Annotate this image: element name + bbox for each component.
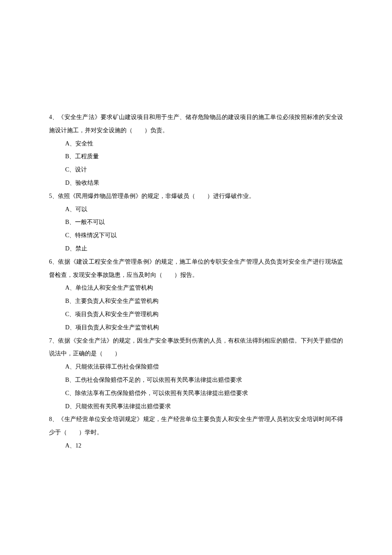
question-7-number: 7、 (49, 337, 58, 344)
question-8-number: 8、 (49, 416, 58, 422)
question-8-stem: 8、《生产经营单位安全培训规定》规定，生产经营单位主要负责人和安全生产管理人员初… (49, 413, 343, 439)
question-5-blank (195, 190, 207, 203)
question-4-option-b: B、工程质量 (49, 150, 343, 163)
question-6-stem-post: ）报告。 (174, 272, 198, 278)
question-7: 7、依据《安全生产法》的规定，因生产安全事故受到伤害的人员，有权依法得到相应的赔… (49, 334, 343, 413)
question-7-option-b: B、工伤社会保险赔偿不足的，可以依照有关民事法律提出赔偿要求 (49, 374, 343, 387)
question-4: 4、《安全生产法》要求矿山建设项目和用于生产、储存危险物品的建设项目的施工单位必… (49, 111, 343, 190)
question-7-stem-post: ） (115, 350, 121, 357)
question-7-option-d: D、只能依照有关民事法律提出赔偿要求 (49, 400, 343, 413)
question-4-option-d: D、验收结果 (49, 177, 343, 190)
question-4-stem-post: ）负责。 (144, 127, 168, 134)
question-7-option-c: C、除依法享有工伤保险赔偿外，可以依照有关民事法律提出赔偿要求 (49, 387, 343, 400)
question-4-blank (133, 124, 144, 137)
question-6-stem: 6、依据《建设工程安全生产管理条例》的规定，施工单位的专职安全生产管理人员负责对… (49, 256, 343, 282)
question-6: 6、依据《建设工程安全生产管理条例》的规定，施工单位的专职安全生产管理人员负责对… (49, 256, 343, 334)
question-7-option-a: A、只能依法获得工伤社会保险赔偿 (49, 360, 343, 374)
question-4-option-a: A、安全性 (49, 137, 343, 151)
question-8: 8、《生产经营单位安全培训规定》规定，生产经营单位主要负责人和安全生产管理人员初… (49, 413, 343, 452)
question-4-number: 4、 (49, 114, 58, 120)
question-7-stem: 7、依据《安全生产法》的规定，因生产安全事故受到伤害的人员，有权依法得到相应的赔… (49, 334, 343, 361)
question-5-option-a: A、可以 (49, 203, 343, 216)
question-7-stem-pre: 依据《安全生产法》的规定，因生产安全事故受到伤害的人员，有权依法得到相应的赔偿。… (49, 337, 343, 357)
question-6-blank (162, 269, 174, 282)
question-5-stem-post: ）进行爆破作业。 (207, 193, 255, 199)
question-5-number: 5、 (49, 193, 58, 199)
question-7-blank (103, 347, 115, 360)
question-8-option-a: A、12 (49, 439, 343, 453)
question-5-option-b: B、一般不可以 (49, 216, 343, 229)
question-5: 5、依照《民用爆炸物品管理条例》的规定，非爆破员（ ）进行爆破作业。 A、可以 … (49, 190, 343, 256)
question-5-stem: 5、依照《民用爆炸物品管理条例》的规定，非爆破员（ ）进行爆破作业。 (49, 190, 343, 203)
question-6-number: 6、 (49, 259, 58, 265)
question-4-stem: 4、《安全生产法》要求矿山建设项目和用于生产、储存危险物品的建设项目的施工单位必… (49, 111, 343, 137)
question-8-blank (67, 426, 79, 439)
question-6-option-c: C、项目负责人和安全生产管理机构 (49, 308, 343, 321)
question-4-option-c: C、设计 (49, 163, 343, 177)
question-5-option-d: D、禁止 (49, 242, 343, 256)
question-5-stem-pre: 依照《民用爆炸物品管理条例》的规定，非爆破员（ (58, 193, 195, 199)
question-8-stem-post: ）学时。 (79, 429, 103, 436)
question-6-option-b: B、主要负责人和安全生产监管机构 (49, 295, 343, 308)
question-6-option-d: D、项目负责人和安全生产监管机构 (49, 321, 343, 334)
question-4-stem-pre: 《安全生产法》要求矿山建设项目和用于生产、储存危险物品的建设项目的施工单位必须按… (49, 114, 343, 134)
question-6-option-a: A、单位法人和安全生产监管机构 (49, 282, 343, 295)
question-5-option-c: C、特殊情况下可以 (49, 229, 343, 242)
